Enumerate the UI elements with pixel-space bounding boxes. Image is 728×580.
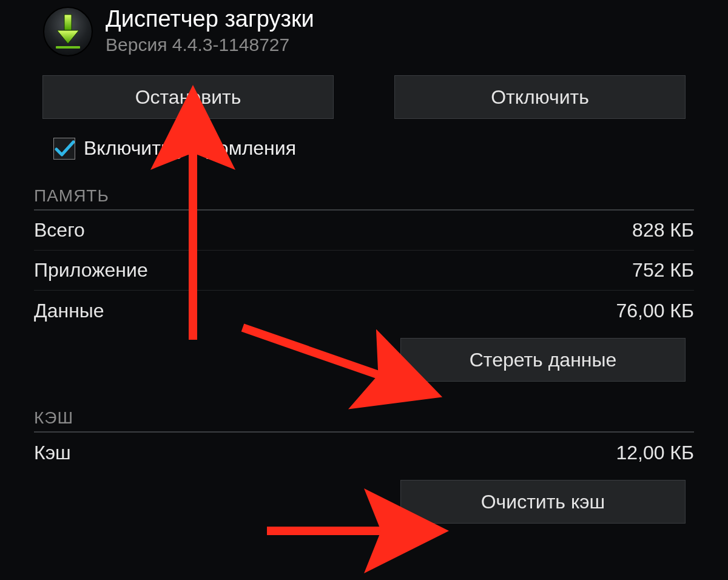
storage-list: Всего 828 КБ Приложение 752 КБ Данные 76… xyxy=(0,211,728,331)
cache-list: Кэш 12,00 КБ xyxy=(0,433,728,473)
storage-app-label: Приложение xyxy=(34,259,148,282)
clear-data-row: Стереть данные xyxy=(0,331,728,382)
app-header: Диспетчер загрузки Версия 4.4.3-1148727 xyxy=(0,0,728,57)
storage-total-label: Всего xyxy=(34,219,85,241)
storage-total-row: Всего 828 КБ xyxy=(34,211,694,251)
app-title: Диспетчер загрузки xyxy=(106,6,314,32)
cache-value: 12,00 КБ xyxy=(616,442,694,464)
cache-row: Кэш 12,00 КБ xyxy=(34,433,694,473)
checkmark-icon xyxy=(54,138,75,159)
cache-heading: КЭШ xyxy=(0,382,728,431)
storage-total-value: 828 КБ xyxy=(632,219,694,241)
storage-data-value: 76,00 КБ xyxy=(616,300,694,322)
svg-rect-3 xyxy=(56,46,80,49)
clear-cache-button[interactable]: Очистить кэш xyxy=(400,480,686,524)
app-version: Версия 4.4.3-1148727 xyxy=(106,35,314,55)
notifications-label: Включить уведомления xyxy=(84,137,296,160)
top-button-row: Остановить Отключить xyxy=(0,57,728,119)
clear-cache-row: Очистить кэш xyxy=(0,473,728,524)
notifications-checkbox[interactable] xyxy=(53,138,75,160)
storage-app-row: Приложение 752 КБ xyxy=(34,251,694,291)
notifications-row[interactable]: Включить уведомления xyxy=(0,119,728,160)
download-icon xyxy=(42,6,93,57)
svg-rect-1 xyxy=(64,15,72,30)
cache-label: Кэш xyxy=(34,442,71,464)
stop-button[interactable]: Остановить xyxy=(42,75,334,119)
storage-data-label: Данные xyxy=(34,300,104,322)
storage-data-row: Данные 76,00 КБ xyxy=(34,291,694,331)
app-title-block: Диспетчер загрузки Версия 4.4.3-1148727 xyxy=(106,6,314,55)
clear-data-button[interactable]: Стереть данные xyxy=(400,338,686,382)
storage-heading: ПАМЯТЬ xyxy=(0,160,728,209)
storage-app-value: 752 КБ xyxy=(632,259,694,282)
disable-button[interactable]: Отключить xyxy=(394,75,686,119)
